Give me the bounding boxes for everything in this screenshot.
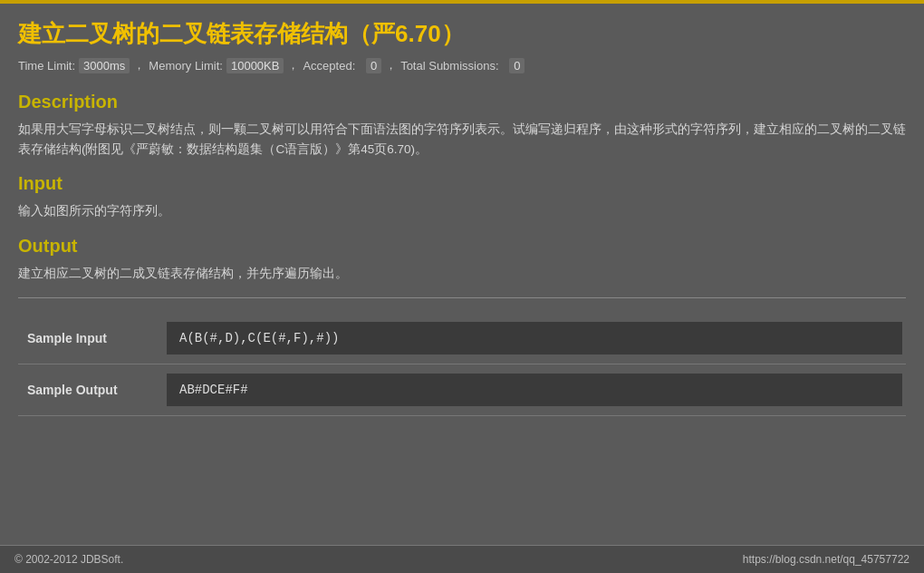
accepted-count: 0 (366, 58, 381, 73)
sample-output-row: Sample Output AB#DCE#F# (18, 364, 906, 416)
footer: © 2002-2012 JDBSoft. https://blog.csdn.n… (0, 545, 924, 573)
sample-input-value-cell: A(B(#,D),C(E(#,F),#)) (163, 313, 906, 364)
memory-limit-value: 10000KB (226, 58, 284, 73)
footer-copyright: © 2002-2012 JDBSoft. (14, 553, 123, 566)
meta-separator-1: ， (133, 57, 145, 73)
sample-table: Sample Input A(B(#,D),C(E(#,F),#)) Sampl… (18, 313, 906, 416)
submissions-label: Total Submissions: (400, 59, 498, 73)
time-limit-value: 3000ms (79, 58, 130, 73)
footer-url: https://blog.csdn.net/qq_45757722 (743, 553, 910, 566)
output-body: 建立相应二叉树的二成叉链表存储结构，并先序遍历输出。 (18, 264, 906, 284)
time-limit-label: Time Limit: (18, 59, 75, 73)
meta-separator-2: ， (287, 57, 299, 73)
sample-output-value-cell: AB#DCE#F# (163, 364, 906, 416)
memory-limit-label: Memory Limit: (149, 59, 223, 73)
input-body: 输入如图所示的字符序列。 (18, 201, 906, 221)
divider (18, 297, 906, 298)
description-body: 如果用大写字母标识二叉树结点，则一颗二叉树可以用符合下面语法图的字符序列表示。试… (18, 120, 906, 159)
submissions-value (503, 59, 506, 73)
sample-output-code: AB#DCE#F# (167, 374, 902, 406)
output-title: Output (18, 236, 906, 257)
submissions-count: 0 (509, 58, 525, 73)
input-title: Input (18, 173, 906, 194)
sample-input-code: A(B(#,D),C(E(#,F),#)) (167, 322, 902, 354)
page-title: 建立二叉树的二叉链表存储结构（严6.70） (18, 18, 906, 50)
accepted-label: Accepted: (303, 59, 355, 73)
sample-input-label: Sample Input (18, 313, 163, 364)
sample-input-row: Sample Input A(B(#,D),C(E(#,F),#)) (18, 313, 906, 364)
sample-output-label: Sample Output (18, 364, 163, 416)
description-title: Description (18, 92, 906, 112)
accepted-value (359, 59, 362, 73)
meta-separator-3: ， (385, 57, 397, 73)
main-content: 建立二叉树的二叉链表存储结构（严6.70） Time Limit: 3000ms… (0, 4, 924, 431)
meta-info: Time Limit: 3000ms ， Memory Limit: 10000… (18, 57, 906, 73)
